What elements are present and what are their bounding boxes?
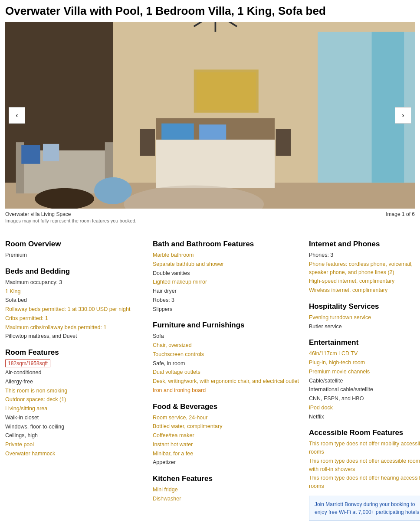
svg-rect-11 bbox=[276, 129, 291, 156]
list-item: Phone features: cordless phone, voicemai… bbox=[309, 260, 420, 277]
list-item: Butler service bbox=[309, 323, 420, 331]
bath-list: Marble bathroomSeparate bathtub and show… bbox=[153, 251, 300, 313]
kitchen-title: Kitchen Features bbox=[153, 474, 300, 483]
svg-rect-9 bbox=[199, 124, 226, 140]
hospitality-list: Evening turndown serviceButler service bbox=[309, 314, 420, 331]
column-2: Bath and Bathroom Features Marble bathro… bbox=[153, 232, 300, 521]
list-item: Minibar, for a fee bbox=[153, 450, 300, 458]
furniture-list: SofaChair, oversizedTouchscreen controls… bbox=[153, 332, 300, 394]
svg-rect-8 bbox=[161, 124, 194, 140]
internet-list: Phones: 3Phone features: cordless phone,… bbox=[309, 251, 420, 294]
list-item: Sofa bbox=[153, 332, 300, 340]
room-features-list: Air-conditionedAllergy-freeThis room is … bbox=[5, 369, 144, 458]
list-item: Ceilings, high bbox=[5, 431, 144, 440]
list-item: This room type does not offer hearing ac… bbox=[309, 474, 420, 490]
page-title: Overwater Villa with Pool, 1 Bedroom Vil… bbox=[5, 4, 415, 18]
list-item: Maximum occupancy: 3 bbox=[5, 278, 144, 287]
carousel-caption-text: Overwater villa Living Space bbox=[5, 211, 71, 217]
list-item: 1 King bbox=[5, 288, 144, 296]
list-item: Windows, floor-to-ceiling bbox=[5, 423, 144, 431]
kitchen-list: Mini fridgeDishwasher bbox=[153, 486, 300, 503]
list-item: Plug-in, high-tech room bbox=[309, 359, 420, 367]
column-3: Internet and Phones Phones: 3Phone featu… bbox=[309, 232, 420, 521]
food-title: Food & Beverages bbox=[153, 402, 300, 411]
hospitality-title: Hospitality Services bbox=[309, 302, 420, 311]
list-item: Touchscreen controls bbox=[153, 350, 300, 359]
svg-rect-17 bbox=[21, 145, 40, 164]
list-item: Living/sitting area bbox=[5, 405, 144, 413]
list-item: Private pool bbox=[5, 441, 144, 449]
list-item: iPod dock bbox=[309, 404, 420, 412]
room-size-badge: 182sqm/1958sqft bbox=[5, 360, 50, 367]
list-item: Room service, 24-hour bbox=[153, 414, 300, 422]
list-item: Appetizer bbox=[153, 458, 300, 467]
list-item: Lighted makeup mirror bbox=[153, 278, 300, 286]
list-item: Cable/satellite bbox=[309, 377, 420, 385]
list-item: Bottled water, complimentary bbox=[153, 422, 300, 431]
list-item: Coffee/tea maker bbox=[153, 431, 300, 440]
list-item: Dual voltage outlets bbox=[153, 368, 300, 376]
svg-rect-21 bbox=[197, 72, 256, 110]
list-item: Iron and ironing board bbox=[153, 386, 300, 395]
list-item: High-speed internet, complimentary bbox=[309, 277, 420, 285]
carousel-caption-row: Overwater villa Living Space Image 1 of … bbox=[5, 211, 415, 217]
accessible-list: This room type does not offer mobility a… bbox=[309, 440, 420, 490]
list-item: Cribs permitted: 1 bbox=[5, 314, 144, 323]
list-item: Walk-in closet bbox=[5, 414, 144, 422]
list-item: Marble bathroom bbox=[153, 251, 300, 259]
beds-title: Beds and Bedding bbox=[5, 267, 144, 276]
list-item: Evening turndown service bbox=[309, 314, 420, 322]
content-grid: Room Overview Premium Beds and Bedding M… bbox=[5, 232, 415, 521]
list-item: Premium movie channels bbox=[309, 368, 420, 376]
image-carousel: ‹ bbox=[5, 22, 415, 209]
carousel-image-count: Image 1 of 6 bbox=[386, 211, 415, 217]
list-item: Pillowtop mattress, and Duvet bbox=[5, 332, 144, 340]
furniture-title: Furniture and Furnishings bbox=[153, 321, 300, 330]
list-item: Allergy-free bbox=[5, 378, 144, 386]
list-item: Overwater hammock bbox=[5, 450, 144, 458]
list-item: This room type does not offer mobility a… bbox=[309, 440, 420, 456]
room-grade: Premium bbox=[5, 251, 144, 259]
list-item: Dishwasher bbox=[153, 495, 300, 503]
room-features-title: Room Features bbox=[5, 348, 144, 357]
list-item: Maximum cribs/rollaway beds permitted: 1 bbox=[5, 324, 144, 332]
list-item: 46in/117cm LCD TV bbox=[309, 350, 420, 358]
food-list: Room service, 24-hourBottled water, comp… bbox=[153, 414, 300, 467]
bath-title: Bath and Bathroom Features bbox=[153, 240, 300, 248]
list-item: International cable/satellite bbox=[309, 386, 420, 394]
list-item: Netflix bbox=[309, 413, 420, 421]
list-item: Double vanities bbox=[153, 269, 300, 278]
list-item: Separate bathtub and shower bbox=[153, 260, 300, 268]
list-item: This room is non-smoking bbox=[5, 387, 144, 395]
list-item: Wireless internet, complimentary bbox=[309, 286, 420, 294]
carousel-disclaimer: Images may not fully represent the room … bbox=[5, 218, 415, 223]
room-image bbox=[5, 22, 415, 209]
list-item: Air-conditioned bbox=[5, 369, 144, 377]
list-item: Slippers bbox=[153, 305, 300, 314]
accessible-title: Accessible Room Features bbox=[309, 428, 420, 437]
list-item: Chair, oversized bbox=[153, 341, 300, 350]
list-item: Robes: 3 bbox=[153, 296, 300, 304]
list-item: This room type does not offer accessible… bbox=[309, 457, 420, 474]
list-item: Rollaway beds permitted: 1 at 330.00 USD… bbox=[5, 305, 144, 314]
list-item: CNN, ESPN, and HBO bbox=[309, 395, 420, 403]
carousel-prev-button[interactable]: ‹ bbox=[9, 107, 25, 124]
list-item: Safe, in room bbox=[153, 360, 300, 368]
beds-list: Maximum occupancy: 31 KingSofa bedRollaw… bbox=[5, 278, 144, 340]
entertainment-title: Entertainment bbox=[309, 338, 420, 347]
column-1: Room Overview Premium Beds and Bedding M… bbox=[5, 232, 144, 521]
list-item: Phones: 3 bbox=[309, 251, 420, 259]
list-item: Desk, writing/work, with ergonomic chair… bbox=[153, 377, 300, 386]
internet-title: Internet and Phones bbox=[309, 240, 420, 248]
svg-rect-10 bbox=[140, 129, 155, 156]
list-item: Mini fridge bbox=[153, 486, 300, 494]
entertainment-list: 46in/117cm LCD TVPlug-in, high-tech room… bbox=[309, 350, 420, 421]
list-item: Instant hot water bbox=[153, 441, 300, 449]
list-item: Hair dryer bbox=[153, 287, 300, 295]
carousel-next-button[interactable]: › bbox=[395, 107, 411, 124]
room-overview-title: Room Overview bbox=[5, 240, 144, 248]
list-item: Sofa bed bbox=[5, 296, 144, 304]
bonvoy-info-box: Join Marriott Bonvoy during your booking… bbox=[309, 496, 420, 521]
svg-rect-18 bbox=[43, 144, 59, 161]
list-item: Outdoor spaces: deck (1) bbox=[5, 396, 144, 404]
